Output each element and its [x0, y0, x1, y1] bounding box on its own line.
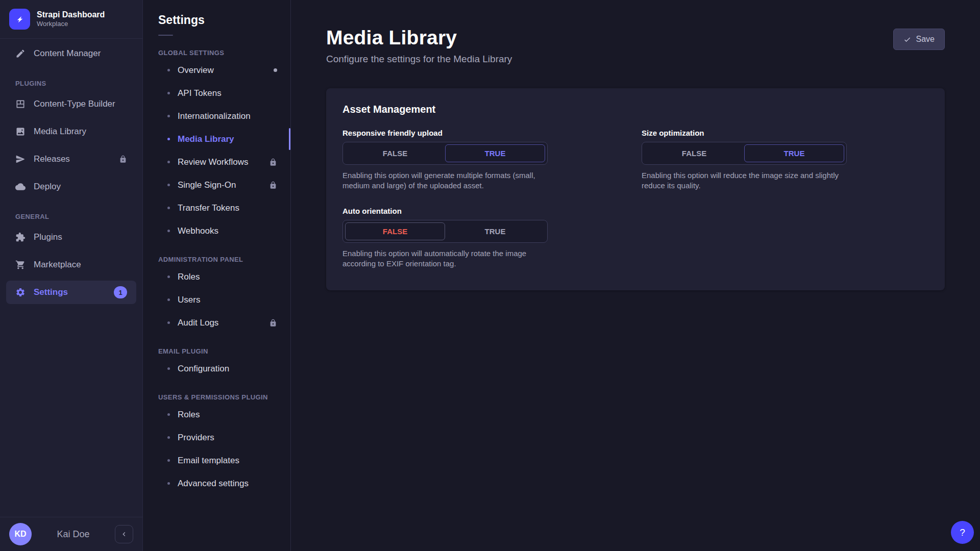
- sidebar-item-plugins[interactable]: Plugins: [6, 226, 136, 249]
- app-title: Strapi Dashboard: [37, 10, 105, 20]
- card-title: Asset Management: [342, 104, 928, 115]
- sidebar-item-media-library[interactable]: Media Library: [6, 120, 136, 143]
- notification-dot-icon: [274, 68, 277, 72]
- sidebar-item-label: Plugins: [34, 232, 62, 242]
- page-header: Media Library Configure the settings for…: [326, 0, 945, 65]
- layout-grid-icon: [15, 99, 26, 109]
- settings-item-label: API Tokens: [178, 88, 222, 98]
- settings-item-label: Advanced settings: [178, 479, 249, 489]
- settings-item-media-library[interactable]: Media Library: [143, 128, 290, 151]
- sidebar-item-label: Deploy: [34, 182, 61, 192]
- bullet-icon: [167, 436, 170, 439]
- primary-nav: Content Manager PLUGINS Content-Type Bui…: [0, 39, 142, 308]
- settings-item-audit-logs[interactable]: Audit Logs: [143, 311, 290, 334]
- settings-item-label: Review Workflows: [178, 157, 249, 167]
- settings-item-email-templates[interactable]: Email templates: [143, 449, 290, 472]
- settings-item-webhooks[interactable]: Webhooks: [143, 219, 290, 242]
- page-subtitle: Configure the settings for the Media Lib…: [326, 54, 512, 65]
- toggle-option-true[interactable]: TRUE: [445, 222, 545, 240]
- section-label-users-permissions-plugin: USERS & PERMISSIONS PLUGIN: [143, 393, 290, 401]
- sidebar-item-label: Marketplace: [34, 260, 81, 270]
- settings-item-up-roles[interactable]: Roles: [143, 403, 290, 426]
- sidebar-item-marketplace[interactable]: Marketplace: [6, 253, 136, 277]
- field-label: Responsive friendly upload: [342, 129, 548, 137]
- save-button-label: Save: [916, 35, 935, 44]
- sidebar-footer: KD Kai Doe: [0, 517, 142, 551]
- bullet-icon: [167, 184, 170, 186]
- gear-icon: [15, 287, 26, 297]
- settings-nav: Settings GLOBAL SETTINGS Overview API To…: [143, 0, 291, 551]
- toggle-option-true[interactable]: TRUE: [445, 144, 545, 162]
- auto-orientation-toggle: FALSE TRUE: [342, 220, 548, 243]
- field-hint: Enabling this option will reduce the ima…: [642, 170, 852, 191]
- asset-management-card: Asset Management Responsive friendly upl…: [326, 88, 945, 290]
- lock-icon: [269, 319, 277, 327]
- bullet-icon: [167, 207, 170, 209]
- settings-item-label: Transfer Tokens: [178, 203, 239, 213]
- settings-item-providers[interactable]: Providers: [143, 426, 290, 449]
- avatar[interactable]: KD: [9, 523, 32, 545]
- sidebar-item-content-type-builder[interactable]: Content-Type Builder: [6, 92, 136, 116]
- settings-item-api-tokens[interactable]: API Tokens: [143, 82, 290, 105]
- settings-item-single-sign-on[interactable]: Single Sign-On: [143, 173, 290, 196]
- toggle-option-false[interactable]: FALSE: [644, 144, 744, 162]
- lock-icon: [269, 158, 277, 166]
- field-hint: Enabling this option will generate multi…: [342, 170, 553, 191]
- workplace-label: Workplace: [37, 20, 105, 28]
- settings-item-label: Email templates: [178, 456, 239, 466]
- check-icon: [903, 36, 911, 43]
- settings-item-label: Audit Logs: [178, 318, 218, 328]
- settings-item-admin-roles[interactable]: Roles: [143, 265, 290, 288]
- bullet-icon: [167, 69, 170, 71]
- user-name: Kai Doe: [32, 529, 115, 540]
- administration-panel-items: Roles Users Audit Logs: [143, 265, 290, 334]
- bullet-icon: [167, 321, 170, 324]
- settings-item-label: Users: [178, 295, 200, 305]
- section-label-global-settings: GLOBAL SETTINGS: [143, 49, 290, 57]
- app-brand: Strapi Dashboard Workplace: [0, 0, 142, 38]
- settings-item-internationalization[interactable]: Internationalization: [143, 105, 290, 128]
- sidebar-item-releases[interactable]: Releases: [6, 147, 136, 171]
- settings-item-label: Internationalization: [178, 111, 251, 121]
- page-header-text: Media Library Configure the settings for…: [326, 27, 512, 65]
- settings-item-advanced-settings[interactable]: Advanced settings: [143, 472, 290, 495]
- settings-item-label: Roles: [178, 272, 200, 282]
- sidebar-item-settings[interactable]: Settings 1: [6, 281, 136, 304]
- collapse-sidebar-button[interactable]: [115, 525, 133, 543]
- settings-item-label: Providers: [178, 433, 214, 443]
- email-plugin-items: Configuration: [143, 357, 290, 380]
- settings-item-admin-users[interactable]: Users: [143, 288, 290, 311]
- settings-item-overview[interactable]: Overview: [143, 59, 290, 82]
- chevron-left-icon: [120, 530, 128, 538]
- sidebar-item-label: Releases: [34, 154, 70, 164]
- bullet-icon: [167, 298, 170, 301]
- section-label-administration-panel: ADMINISTRATION PANEL: [143, 256, 290, 263]
- field-label: Size optimization: [642, 129, 847, 137]
- sidebar-item-content-manager[interactable]: Content Manager: [6, 42, 136, 65]
- toggle-option-true[interactable]: TRUE: [744, 144, 844, 162]
- cloud-icon: [15, 182, 26, 192]
- settings-item-transfer-tokens[interactable]: Transfer Tokens: [143, 196, 290, 219]
- bullet-icon: [167, 459, 170, 462]
- sidebar-item-label: Media Library: [34, 127, 86, 137]
- toggle-option-false[interactable]: FALSE: [345, 144, 445, 162]
- field-label: Auto orientation: [342, 207, 548, 215]
- image-icon: [15, 127, 26, 137]
- help-button[interactable]: ?: [951, 521, 974, 544]
- section-label-email-plugin: EMAIL PLUGIN: [143, 347, 290, 355]
- settings-item-label: Media Library: [178, 134, 234, 144]
- settings-item-email-configuration[interactable]: Configuration: [143, 357, 290, 380]
- save-button[interactable]: Save: [893, 29, 945, 50]
- sidebar-item-label: Content-Type Builder: [34, 99, 115, 109]
- primary-sidebar: Strapi Dashboard Workplace Content Manag…: [0, 0, 143, 551]
- bullet-icon: [167, 92, 170, 94]
- lock-icon: [119, 155, 127, 163]
- sidebar-item-deploy[interactable]: Deploy: [6, 175, 136, 198]
- settings-nav-title: Settings: [143, 13, 290, 27]
- bullet-icon: [167, 276, 170, 278]
- settings-item-review-workflows[interactable]: Review Workflows: [143, 151, 290, 173]
- cart-icon: [15, 260, 26, 270]
- fields-grid: Responsive friendly upload FALSE TRUE En…: [342, 129, 928, 269]
- size-optimization-toggle: FALSE TRUE: [642, 142, 847, 165]
- toggle-option-false[interactable]: FALSE: [345, 222, 445, 240]
